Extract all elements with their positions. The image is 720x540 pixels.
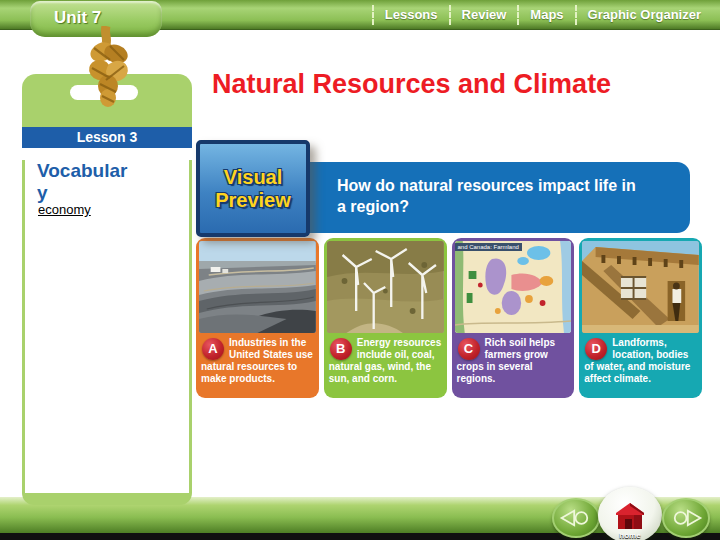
nav-item-review[interactable]: Review bbox=[449, 5, 518, 25]
card-caption: C Rich soil helps farmers grow crops in … bbox=[455, 333, 572, 385]
card-letter-badge: C bbox=[458, 338, 480, 360]
card-caption: B Energy resources include oil, coal, na… bbox=[327, 333, 444, 385]
tag-body: Vocabular y economy bbox=[22, 160, 192, 493]
forward-arrow-icon bbox=[668, 507, 704, 529]
nav-item-graphic-organizer[interactable]: Graphic Organizer bbox=[575, 5, 712, 25]
question-text: How do natural resources impact life in … bbox=[337, 175, 637, 217]
card-letter-badge: D bbox=[585, 338, 607, 360]
card-caption: D Landforms, location, bodies of water, … bbox=[582, 333, 699, 385]
vocabulary-heading: Vocabular y bbox=[37, 160, 189, 204]
nav-item-lessons[interactable]: Lessons bbox=[372, 5, 449, 25]
card-d-landforms[interactable]: D Landforms, location, bodies of water, … bbox=[579, 238, 702, 398]
card-letter-badge: A bbox=[202, 338, 224, 360]
lesson-header: Lesson 3 bbox=[22, 127, 192, 148]
card-b-energy[interactable]: B Energy resources include oil, coal, na… bbox=[324, 238, 447, 398]
vocab-link-economy[interactable]: economy bbox=[38, 202, 91, 217]
home-button[interactable]: home bbox=[598, 487, 662, 540]
card-letter-badge: B bbox=[330, 338, 352, 360]
open-pit-mine-aerial-photo bbox=[199, 241, 316, 333]
card-a-industries[interactable]: A Industries in the United States use na… bbox=[196, 238, 319, 398]
nav-item-maps[interactable]: Maps bbox=[517, 5, 574, 25]
tag-bottom bbox=[22, 493, 192, 505]
home-label: home bbox=[598, 531, 662, 540]
rope-knot-graphic bbox=[84, 26, 132, 110]
visual-preview-cards: A Industries in the United States use na… bbox=[196, 238, 702, 398]
wind-turbines-photo bbox=[327, 241, 444, 333]
adobe-house-photo bbox=[582, 241, 699, 333]
home-icon bbox=[612, 499, 648, 531]
back-button[interactable] bbox=[552, 498, 600, 538]
page-title: Natural Resources and Climate bbox=[212, 69, 712, 100]
top-nav: Lessons Review Maps Graphic Organizer bbox=[372, 0, 712, 29]
us-farmland-map: and Canada: Farmland bbox=[455, 241, 572, 333]
card-caption: A Industries in the United States use na… bbox=[199, 333, 316, 385]
visual-preview-logo: Visual Preview bbox=[196, 140, 310, 237]
forward-button[interactable] bbox=[662, 498, 710, 538]
card-c-soil[interactable]: and Canada: Farmland C Rich soil helps f… bbox=[452, 238, 575, 398]
lesson-tag-panel: Lesson 3 Vocabular y economy bbox=[22, 74, 192, 493]
back-arrow-icon bbox=[558, 507, 594, 529]
map-title-fragment: and Canada: Farmland bbox=[455, 243, 522, 251]
question-bar: How do natural resources impact life in … bbox=[300, 162, 690, 233]
lesson-screen: Unit 7 Lessons Review Maps Graphic Organ… bbox=[0, 0, 720, 540]
